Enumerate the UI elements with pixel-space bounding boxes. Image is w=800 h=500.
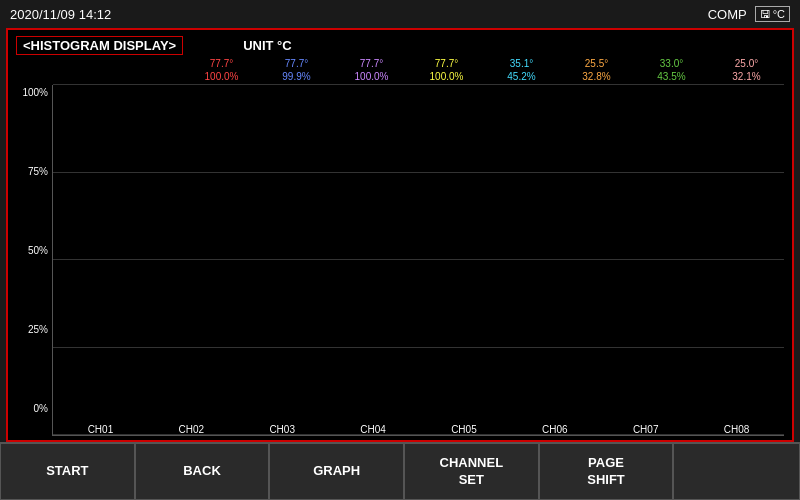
- ch-value-col: 35.1° 45.2%: [484, 57, 559, 83]
- chart-body: 100%75%50%25%0% CH01CH02CH03CH04CH05CH06…: [16, 85, 784, 436]
- ch-value-col: 77.7° 99.9%: [259, 57, 334, 83]
- header-bar: 2020/11/09 14:12 COMP 🖫 °C: [0, 0, 800, 28]
- back-button[interactable]: BACK: [135, 443, 270, 500]
- bar-label: CH02: [179, 424, 205, 435]
- ch-value-col: 77.7° 100.0%: [409, 57, 484, 83]
- chart-container: <HISTOGRAM DISPLAY> UNIT °C 77.7° 100.0%…: [6, 28, 794, 442]
- bar-col: CH04: [330, 421, 417, 435]
- button-bar: STARTBACKGRAPHCHANNEL SETPAGE SHIFT: [0, 442, 800, 500]
- y-axis-label: 100%: [22, 87, 48, 98]
- channel-set-button[interactable]: CHANNEL SET: [404, 443, 539, 500]
- bar-label: CH07: [633, 424, 659, 435]
- sd-icon: 🖫: [760, 8, 771, 20]
- bar-label: CH01: [88, 424, 114, 435]
- ch-value-col: 77.7° 100.0%: [184, 57, 259, 83]
- ch-val-bottom: 45.2%: [484, 70, 559, 83]
- comp-label: COMP: [708, 7, 747, 22]
- bar-col: CH05: [421, 421, 508, 435]
- bar-col: CH03: [239, 421, 326, 435]
- ch-val-top: 35.1°: [484, 57, 559, 70]
- chart-top: <HISTOGRAM DISPLAY> UNIT °C: [16, 36, 784, 55]
- ch-val-top: 33.0°: [634, 57, 709, 70]
- bar-col: CH08: [693, 421, 780, 435]
- header-right: COMP 🖫 °C: [708, 6, 790, 22]
- bar-label: CH05: [451, 424, 477, 435]
- grid-lines: [53, 85, 784, 435]
- graph-button[interactable]: GRAPH: [269, 443, 404, 500]
- grid-line: [53, 84, 784, 85]
- ch-value-col: 33.0° 43.5%: [634, 57, 709, 83]
- ch-val-bottom: 32.1%: [709, 70, 784, 83]
- ch-val-bottom: 100.0%: [184, 70, 259, 83]
- ch-val-top: 77.7°: [259, 57, 334, 70]
- channel-values-row: 77.7° 100.0% 77.7° 99.9% 77.7° 100.0% 77…: [16, 57, 784, 83]
- ch-value-col: 25.0° 32.1%: [709, 57, 784, 83]
- ch-val-top: 25.5°: [559, 57, 634, 70]
- y-axis: 100%75%50%25%0%: [16, 85, 52, 436]
- unit-icon: 🖫 °C: [755, 6, 790, 22]
- bar-col: CH06: [511, 421, 598, 435]
- unit-label: °C: [773, 8, 785, 20]
- bar-col: CH02: [148, 421, 235, 435]
- bar-label: CH04: [360, 424, 386, 435]
- y-axis-label: 0%: [34, 403, 48, 414]
- ch-val-top: 25.0°: [709, 57, 784, 70]
- chart-unit: UNIT °C: [243, 38, 292, 53]
- bar-label: CH08: [724, 424, 750, 435]
- bars-chart: CH01CH02CH03CH04CH05CH06CH07CH08: [52, 85, 784, 436]
- bars-area: CH01CH02CH03CH04CH05CH06CH07CH08: [52, 85, 784, 436]
- ch-val-top: 77.7°: [409, 57, 484, 70]
- ch-val-top: 77.7°: [334, 57, 409, 70]
- chart-title: <HISTOGRAM DISPLAY>: [16, 36, 183, 55]
- ch-val-top: 77.7°: [184, 57, 259, 70]
- y-axis-label: 25%: [28, 324, 48, 335]
- bar-label: CH06: [542, 424, 568, 435]
- grid-line: [53, 172, 784, 173]
- start-button[interactable]: START: [0, 443, 135, 500]
- ch-value-col: 25.5° 32.8%: [559, 57, 634, 83]
- grid-line: [53, 259, 784, 260]
- y-axis-label: 75%: [28, 166, 48, 177]
- datetime-label: 2020/11/09 14:12: [10, 7, 111, 22]
- ch-value-col: 77.7° 100.0%: [334, 57, 409, 83]
- ch-val-bottom: 99.9%: [259, 70, 334, 83]
- ch-val-bottom: 32.8%: [559, 70, 634, 83]
- bar-col: CH07: [602, 421, 689, 435]
- y-axis-label: 50%: [28, 245, 48, 256]
- empty-button-slot: [673, 443, 800, 500]
- ch-val-bottom: 100.0%: [409, 70, 484, 83]
- ch-val-bottom: 100.0%: [334, 70, 409, 83]
- page-shift-button[interactable]: PAGE SHIFT: [539, 443, 674, 500]
- bar-label: CH03: [269, 424, 295, 435]
- grid-line: [53, 347, 784, 348]
- ch-val-bottom: 43.5%: [634, 70, 709, 83]
- bar-col: CH01: [57, 421, 144, 435]
